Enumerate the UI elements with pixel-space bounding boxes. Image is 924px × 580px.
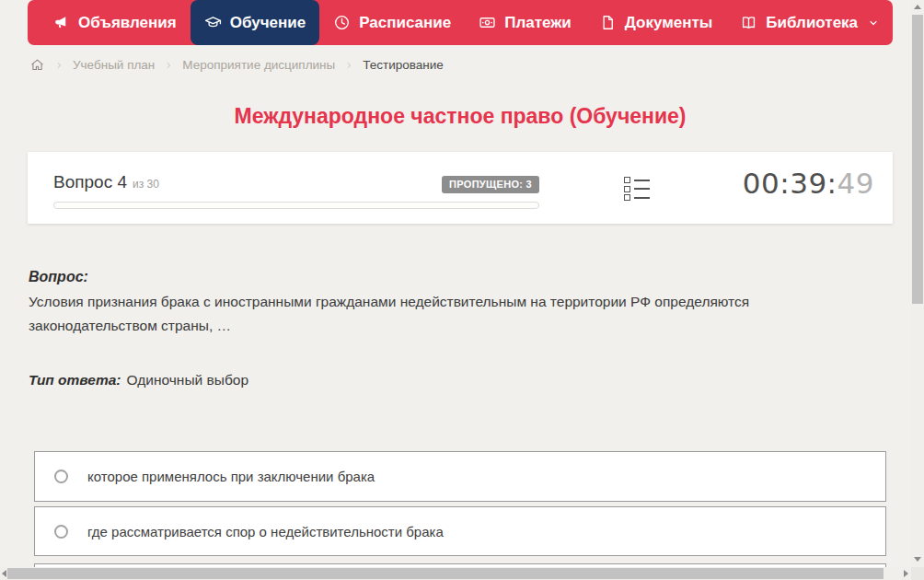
page-title: Международное частное право (Обучение): [28, 104, 893, 129]
nav-item-announcements[interactable]: Объявления: [39, 0, 191, 45]
top-navigation: Объявления Обучение Расписание Платежи Д…: [28, 0, 893, 45]
nav-label: Документы: [625, 14, 713, 32]
open-book-icon: [740, 14, 757, 31]
question-list-icon: [624, 194, 650, 201]
horizontal-scrollbar-thumb[interactable]: [7, 568, 884, 579]
chevron-down-icon: [868, 17, 879, 29]
timer-seconds: 49: [837, 167, 874, 200]
question-heading: Вопрос:: [29, 269, 88, 285]
question-list-button[interactable]: [624, 177, 650, 201]
radio-button[interactable]: [54, 470, 68, 483]
scrollbar-corner: [911, 567, 924, 580]
question-progress-block: Вопрос 4 из 30 ПРОПУЩЕНО: 3: [53, 172, 539, 209]
answer-option[interactable]: которое применялось при заключении брака: [34, 451, 886, 502]
breadcrumb-separator-icon: [344, 61, 353, 70]
answer-option-label: где рассматривается спор о недействитель…: [87, 524, 444, 539]
clock-icon: [333, 14, 351, 31]
quiz-header-card: Вопрос 4 из 30 ПРОПУЩЕНО: 3 00:39:49: [28, 152, 893, 224]
breadcrumb: Учебный план Мероприятие дисциплины Тест…: [29, 57, 444, 73]
question-list-icon: [624, 186, 650, 192]
breadcrumb-item-curriculum[interactable]: Учебный план: [73, 58, 155, 72]
radio-button[interactable]: [54, 525, 68, 539]
nav-item-schedule[interactable]: Расписание: [319, 0, 465, 45]
answer-type-label: Тип ответа:: [29, 372, 121, 388]
breadcrumb-item-testing: Тестирование: [363, 58, 444, 72]
answer-option[interactable]: где рассматривается спор о недействитель…: [34, 506, 886, 556]
document-icon: [599, 14, 617, 31]
answer-type-value: Одиночный выбор: [127, 372, 249, 388]
home-icon[interactable]: [29, 57, 45, 73]
nav-label: Обучение: [230, 14, 306, 32]
scroll-down-arrow-icon[interactable]: [914, 557, 921, 562]
vertical-scrollbar[interactable]: [911, 0, 924, 567]
timer-minutes: 00:39:: [743, 167, 837, 200]
skipped-badge: ПРОПУЩЕНО: 3: [442, 176, 539, 193]
cash-icon: [479, 14, 496, 31]
vertical-scrollbar-thumb[interactable]: [912, 15, 923, 304]
nav-label: Платежи: [504, 14, 572, 32]
scroll-up-arrow-icon[interactable]: [914, 5, 921, 9]
question-list-icon: [624, 177, 650, 183]
scroll-left-arrow-icon[interactable]: [2, 570, 6, 577]
breadcrumb-separator-icon: [54, 61, 64, 70]
nav-label: Расписание: [359, 14, 451, 32]
nav-item-documents[interactable]: Документы: [585, 0, 727, 45]
question-number: Вопрос 4: [53, 172, 127, 192]
quiz-page: Объявления Обучение Расписание Платежи Д…: [0, 0, 924, 580]
megaphone-icon: [52, 14, 70, 31]
progress-bar: [53, 202, 539, 209]
countdown-timer: 00:39:49: [743, 167, 874, 200]
breadcrumb-separator-icon: [164, 61, 173, 70]
nav-label: Объявления: [78, 14, 177, 32]
question-total: из 30: [133, 178, 159, 191]
scroll-right-arrow-icon[interactable]: [904, 570, 908, 577]
nav-item-payments[interactable]: Платежи: [465, 0, 585, 45]
nav-label: Библиотека: [766, 14, 858, 32]
nav-item-learning[interactable]: Обучение: [191, 0, 319, 45]
breadcrumb-item-discipline-event[interactable]: Мероприятие дисциплины: [182, 58, 335, 72]
graduation-cap-icon: [204, 14, 222, 31]
question-text: Условия признания брака с иностранными г…: [29, 290, 849, 338]
answer-option-label: которое применялось при заключении брака: [87, 469, 375, 484]
nav-item-library[interactable]: Библиотека: [726, 0, 893, 45]
horizontal-scrollbar[interactable]: [0, 567, 911, 580]
answer-type: Тип ответа:Одиночный выбор: [29, 372, 248, 389]
